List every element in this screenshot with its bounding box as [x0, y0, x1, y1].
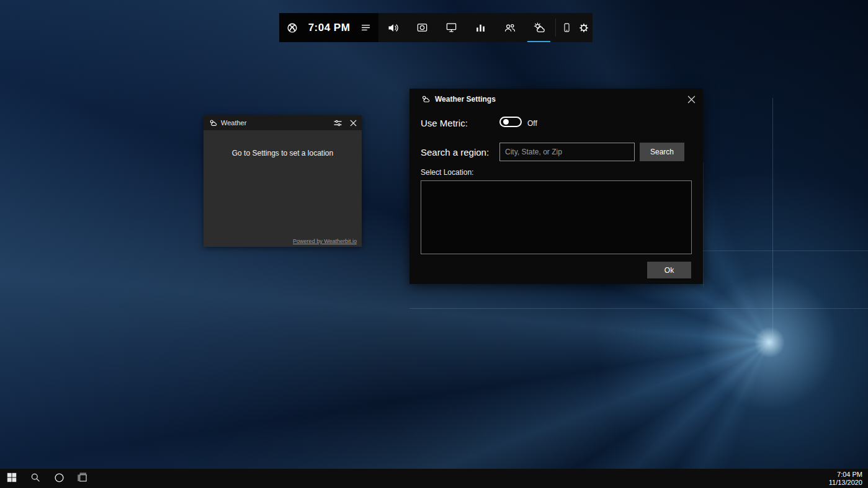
weather-icon: [421, 94, 430, 104]
weather-widget-actions: [333, 118, 357, 128]
wallpaper-light-line: [772, 98, 773, 346]
phone-icon: [562, 22, 572, 33]
task-view-icon: [78, 472, 87, 484]
region-search-input[interactable]: [499, 143, 635, 161]
weather-widget-button[interactable]: [524, 13, 553, 42]
weather-icon: [208, 118, 217, 127]
weather-widget-message: Go to Settings to set a location: [204, 130, 362, 157]
weather-widget-close-icon[interactable]: [350, 120, 357, 126]
weather-icon: [533, 22, 545, 34]
wallpaper-light-line: [409, 308, 868, 309]
location-listbox[interactable]: [421, 180, 692, 254]
use-metric-label: Use Metric:: [421, 118, 468, 128]
xbox-game-bar: 7:04 PM: [279, 13, 593, 42]
weather-widget-window: Weather Go to Settings to set a location…: [204, 115, 362, 247]
taskbar: 7:04 PM 11/13/2020: [0, 469, 868, 488]
weather-settings-dialog: Weather Settings Use Metric: Off Search …: [409, 89, 703, 284]
taskbar-date: 11/13/2020: [829, 479, 862, 487]
phone-widget-button[interactable]: [558, 13, 575, 42]
select-location-label: Select Location:: [421, 168, 473, 177]
weather-widget-titlebar[interactable]: Weather: [204, 115, 362, 130]
game-bar-settings-button[interactable]: [575, 13, 593, 42]
search-button[interactable]: Search: [640, 143, 684, 161]
desktop-screen: 7:04 PM: [0, 0, 868, 488]
audio-icon: [387, 22, 400, 34]
capture-widget-button[interactable]: [408, 13, 437, 42]
settings-gear-icon: [578, 22, 589, 33]
taskbar-search-button[interactable]: [24, 469, 47, 488]
game-bar-widget-strip: [378, 13, 593, 42]
cortana-button[interactable]: [47, 469, 71, 488]
search-region-label: Search a region:: [421, 147, 489, 157]
game-bar-divider: [555, 19, 556, 37]
audio-widget-button[interactable]: [378, 13, 408, 42]
windows-logo-icon: [7, 472, 17, 484]
wallpaper-light-line: [703, 251, 868, 251]
start-button[interactable]: [0, 469, 24, 488]
weather-widget-settings-icon[interactable]: [333, 118, 342, 128]
looking-for-group-widget-button[interactable]: [495, 13, 524, 42]
search-icon: [30, 472, 40, 484]
taskbar-clock[interactable]: 7:04 PM 11/13/2020: [829, 471, 868, 487]
xbox-logo-icon[interactable]: [287, 22, 298, 33]
capture-icon: [416, 22, 428, 33]
use-metric-state: Off: [527, 119, 537, 128]
weather-settings-titlebar: Weather Settings: [409, 89, 703, 104]
looking-for-group-icon: [504, 22, 516, 34]
weather-widget-title: Weather: [221, 119, 246, 126]
broadcast-widget-button[interactable]: [437, 13, 466, 42]
widget-menu-icon[interactable]: [360, 22, 371, 33]
weather-settings-title: Weather Settings: [435, 95, 496, 104]
weather-settings-close-icon[interactable]: [685, 93, 697, 105]
game-bar-clock: 7:04 PM: [308, 22, 351, 34]
taskbar-time: 7:04 PM: [829, 471, 862, 479]
toggle-knob: [503, 119, 509, 125]
weather-widget-body: Go to Settings to set a location Powered…: [204, 130, 362, 247]
task-view-button[interactable]: [71, 469, 94, 488]
use-metric-toggle[interactable]: [499, 117, 522, 127]
wallpaper-light-line: [703, 162, 704, 286]
performance-widget-button[interactable]: [466, 13, 495, 42]
game-bar-main-section: 7:04 PM: [279, 13, 378, 42]
cortana-circle-icon: [54, 472, 65, 485]
performance-icon: [475, 22, 486, 33]
ok-button[interactable]: Ok: [647, 262, 691, 278]
broadcast-icon: [445, 22, 457, 33]
powered-by-link[interactable]: Powered by Weatherbit.io: [293, 238, 357, 244]
